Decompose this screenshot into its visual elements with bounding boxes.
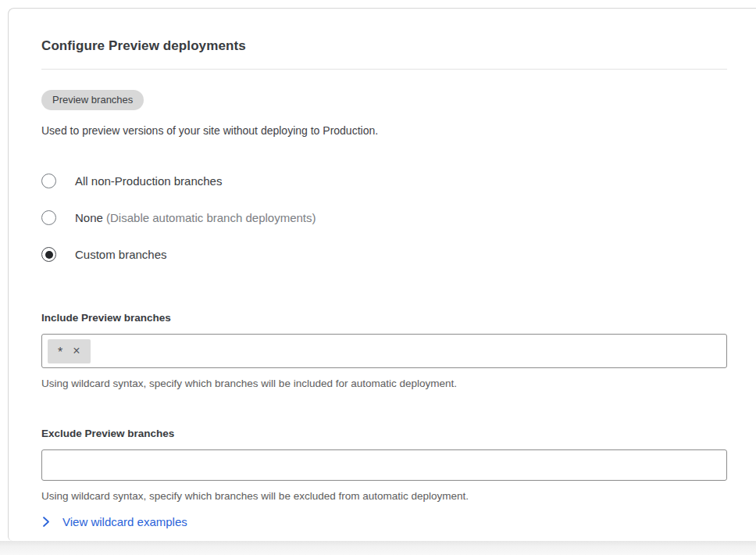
card-description: Used to preview versions of your site wi… bbox=[41, 124, 734, 137]
radio-option-all-non-production[interactable]: All non-Production branches bbox=[41, 174, 222, 188]
radio-option-text: None bbox=[75, 211, 103, 224]
exclude-branches-label: Exclude Preview branches bbox=[41, 428, 734, 439]
radio-option-label: Custom branches bbox=[75, 248, 167, 261]
branch-deployments-radio-group: All non-Production branches None (Disabl… bbox=[41, 174, 734, 262]
wildcard-tag: * × bbox=[48, 339, 91, 363]
preview-deployments-card: Configure Preview deployments Preview br… bbox=[8, 8, 756, 541]
radio-icon[interactable] bbox=[41, 247, 56, 262]
include-branches-label: Include Preview branches bbox=[41, 312, 734, 324]
radio-option-none[interactable]: None (Disable automatic branch deploymen… bbox=[41, 210, 316, 225]
wildcard-tag-text: * bbox=[58, 346, 62, 359]
radio-option-label: None (Disable automatic branch deploymen… bbox=[75, 211, 316, 224]
exclude-branches-helper: Using wildcard syntax, specify which bra… bbox=[41, 490, 734, 502]
radio-option-custom-branches[interactable]: Custom branches bbox=[41, 247, 167, 262]
radio-option-text: Custom branches bbox=[75, 248, 167, 261]
include-branches-input[interactable]: * × bbox=[41, 334, 727, 368]
radio-icon[interactable] bbox=[41, 210, 56, 225]
preview-branches-badge: Preview branches bbox=[41, 90, 144, 110]
include-branches-helper: Using wildcard syntax, specify which bra… bbox=[41, 378, 734, 389]
radio-option-text: All non-Production branches bbox=[75, 174, 222, 188]
title-divider bbox=[41, 69, 727, 70]
exclude-branches-input[interactable] bbox=[41, 449, 727, 481]
bottom-shade bbox=[0, 541, 756, 555]
page-title: Configure Preview deployments bbox=[41, 38, 734, 54]
chevron-right-icon bbox=[41, 516, 51, 528]
remove-tag-icon[interactable]: × bbox=[73, 345, 80, 357]
view-wildcard-examples-link[interactable]: View wildcard examples bbox=[41, 515, 187, 528]
view-wildcard-examples-text: View wildcard examples bbox=[62, 515, 187, 528]
radio-option-subtext: (Disable automatic branch deployments) bbox=[106, 211, 316, 224]
radio-option-label: All non-Production branches bbox=[75, 174, 222, 188]
radio-icon[interactable] bbox=[41, 174, 56, 188]
